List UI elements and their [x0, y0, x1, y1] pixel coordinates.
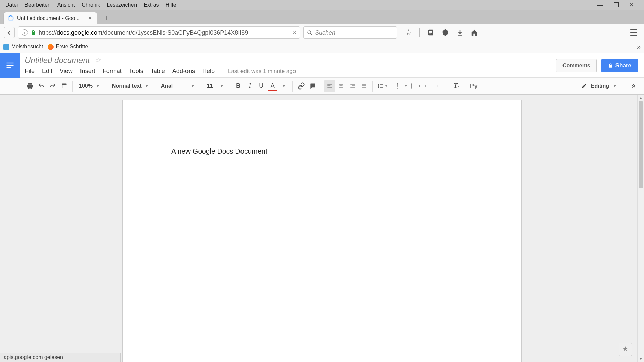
svg-rect-30: [413, 86, 416, 86]
svg-rect-4: [429, 32, 432, 33]
svg-rect-12: [339, 84, 343, 85]
menu-extras[interactable]: Extras: [140, 1, 162, 9]
increase-indent-icon[interactable]: [434, 80, 445, 92]
menu-table[interactable]: Table: [151, 68, 165, 75]
document-title[interactable]: Untitled document: [25, 56, 90, 65]
svg-rect-24: [399, 86, 402, 86]
menu-edit[interactable]: Edit: [42, 68, 52, 75]
zoom-dropdown[interactable]: 100%▼: [75, 83, 103, 89]
editing-mode-dropdown[interactable]: Editing ▼: [576, 83, 622, 89]
menu-datei[interactable]: Datei: [2, 1, 21, 9]
insert-comment-icon[interactable]: [307, 80, 318, 92]
star-document-icon[interactable]: ☆: [94, 56, 101, 65]
insert-link-icon[interactable]: [296, 80, 307, 92]
decrease-indent-icon[interactable]: [422, 80, 434, 92]
print-icon[interactable]: [24, 80, 36, 92]
document-page[interactable]: A new Google Docs Document: [122, 100, 522, 362]
svg-rect-15: [350, 84, 355, 85]
bookmark-meistbesucht[interactable]: Meistbesucht: [3, 44, 43, 50]
site-info-icon[interactable]: i: [22, 29, 28, 36]
svg-rect-3: [429, 31, 432, 32]
document-canvas-wrap: A new Google Docs Document ▲ ▼: [0, 95, 644, 362]
scroll-up-icon[interactable]: ▲: [638, 95, 644, 101]
align-justify-icon[interactable]: [358, 80, 370, 92]
menu-addons[interactable]: Add-ons: [172, 68, 195, 75]
menu-chronik[interactable]: Chronik: [78, 1, 103, 9]
paint-format-icon[interactable]: [58, 80, 70, 92]
numbered-list-icon[interactable]: 123▼: [395, 80, 409, 92]
menu-help[interactable]: Help: [202, 68, 215, 75]
scroll-thumb[interactable]: [639, 101, 643, 188]
align-left-icon[interactable]: [324, 80, 335, 92]
svg-rect-13: [339, 85, 342, 86]
new-tab-button[interactable]: +: [101, 13, 111, 23]
docs-toolbar: 100%▼ Normal text▼ Arial▼ 11▼ B I U A ▼ …: [0, 78, 644, 95]
menu-lesezeichen[interactable]: Lesezeichen: [103, 1, 140, 9]
font-size-dropdown[interactable]: 11▼: [204, 83, 227, 89]
svg-rect-36: [437, 84, 442, 84]
explore-button[interactable]: [619, 343, 632, 356]
loading-spinner-icon: [8, 15, 14, 21]
underline-icon[interactable]: U: [256, 80, 267, 92]
browser-tab[interactable]: Untitled document - Goo... ×: [3, 12, 97, 24]
google-docs-app: Untitled document ☆ File Edit View Inser…: [0, 53, 644, 362]
menu-view[interactable]: View: [60, 68, 73, 75]
status-text: apis.google.com gelesen: [4, 354, 63, 360]
lock-icon: [31, 30, 36, 35]
menu-tools[interactable]: Tools: [129, 68, 143, 75]
svg-rect-11: [327, 87, 332, 88]
svg-rect-14: [339, 87, 343, 88]
redo-icon[interactable]: [47, 80, 58, 92]
comments-button[interactable]: Comments: [556, 59, 597, 72]
align-right-icon[interactable]: [347, 80, 358, 92]
menu-hilfe[interactable]: Hilfe: [162, 1, 180, 9]
paragraph-style-dropdown[interactable]: Normal text▼: [109, 83, 152, 89]
bookmark-star-icon[interactable]: ☆: [405, 28, 412, 37]
svg-rect-19: [362, 85, 366, 86]
menu-insert[interactable]: Insert: [80, 68, 95, 75]
window-minimize-icon[interactable]: —: [597, 2, 603, 9]
window-close-icon[interactable]: ✕: [629, 1, 634, 9]
line-spacing-icon[interactable]: ▼: [375, 80, 389, 92]
text-color-arrow[interactable]: ▼: [278, 80, 290, 92]
docs-home-button[interactable]: [0, 53, 20, 78]
back-button[interactable]: [4, 27, 15, 38]
home-icon[interactable]: [471, 29, 478, 36]
font-dropdown[interactable]: Arial▼: [158, 83, 198, 89]
url-bar[interactable]: i https://docs.google.com/document/d/1ys…: [18, 26, 300, 39]
scroll-down-icon[interactable]: ▼: [638, 355, 644, 362]
menu-bearbeiten[interactable]: Bearbeiten: [21, 1, 54, 9]
svg-rect-20: [362, 87, 366, 88]
svg-text:3: 3: [397, 87, 398, 89]
tab-title: Untitled document - Goo...: [17, 15, 80, 21]
vertical-scrollbar[interactable]: ▲ ▼: [637, 95, 644, 362]
last-edit-label: Last edit was 1 minute ago: [228, 68, 296, 75]
firefox-menu-icon[interactable]: ☰: [630, 27, 640, 38]
window-restore-icon[interactable]: ❐: [613, 1, 619, 9]
svg-line-1: [310, 33, 312, 35]
tab-close-icon[interactable]: ×: [87, 15, 93, 22]
pocket-icon[interactable]: [442, 29, 449, 36]
bulleted-list-icon[interactable]: ▼: [409, 80, 423, 92]
share-button[interactable]: Share: [601, 59, 638, 72]
clear-formatting-icon[interactable]: Tx: [451, 80, 462, 92]
bookmarks-overflow-icon[interactable]: »: [637, 43, 641, 51]
svg-point-29: [411, 85, 412, 86]
bookmark-erste-schritte[interactable]: Erste Schritte: [48, 44, 88, 50]
align-center-icon[interactable]: [335, 80, 347, 92]
menu-format[interactable]: Format: [103, 68, 122, 75]
undo-icon[interactable]: [36, 80, 47, 92]
menu-file[interactable]: File: [25, 68, 35, 75]
input-tools-icon[interactable]: Py: [468, 80, 479, 92]
bold-icon[interactable]: B: [233, 80, 244, 92]
svg-rect-37: [439, 86, 442, 86]
svg-rect-35: [426, 88, 431, 88]
search-box[interactable]: Suchen: [303, 26, 397, 39]
text-color-icon[interactable]: A: [267, 80, 278, 92]
collapse-toolbar-icon[interactable]: [628, 80, 639, 92]
clear-url-icon[interactable]: ×: [292, 29, 296, 36]
downloads-icon[interactable]: [457, 29, 463, 36]
italic-icon[interactable]: I: [244, 80, 256, 92]
reading-list-icon[interactable]: [427, 29, 434, 36]
menu-ansicht[interactable]: Ansicht: [54, 1, 78, 9]
